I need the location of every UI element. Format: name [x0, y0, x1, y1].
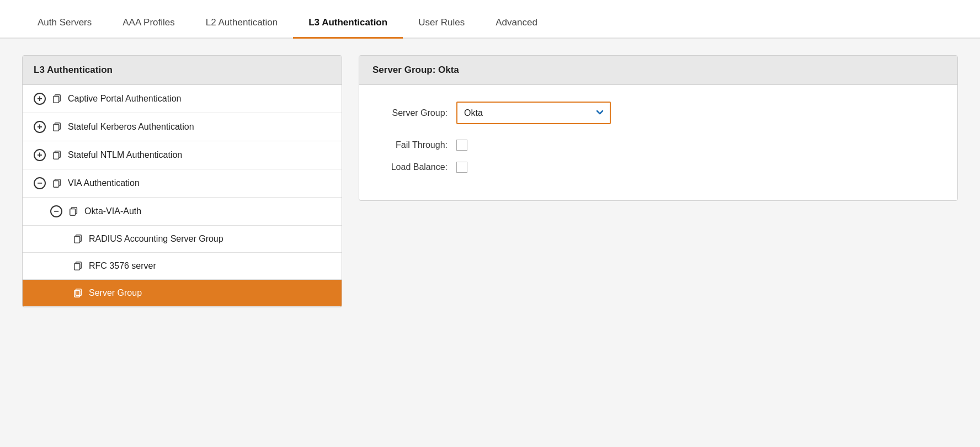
svg-rect-11 — [74, 237, 80, 243]
server-group-select-wrapper[interactable]: Oktainternalradius-serverldap-server — [456, 102, 611, 124]
load-balance-row: Load Balance: — [376, 162, 941, 173]
svg-rect-9 — [70, 209, 76, 216]
svg-rect-3 — [54, 125, 59, 131]
server-group-select[interactable]: Oktainternalradius-serverldap-server — [457, 103, 610, 123]
right-panel: Server Group: Okta Server Group: Oktaint… — [359, 55, 958, 201]
collapse-icon[interactable]: − — [50, 205, 62, 217]
svg-rect-1 — [54, 97, 59, 103]
tree-item-rfc-3576[interactable]: RFC 3576 server — [23, 253, 342, 280]
copy-icon — [68, 206, 79, 217]
tree-container: + Captive Portal Authentication + Statef… — [23, 85, 342, 307]
svg-rect-15 — [74, 291, 80, 297]
tree-item-captive-portal[interactable]: + Captive Portal Authentication — [23, 85, 342, 113]
tree-item-stateful-kerberos[interactable]: + Stateful Kerberos Authentication — [23, 113, 342, 141]
tab-aaa-profiles[interactable]: AAA Profiles — [107, 17, 190, 39]
fail-through-checkbox[interactable] — [456, 140, 467, 151]
tree-item-label: Server Group — [89, 288, 142, 298]
tab-user-rules[interactable]: User Rules — [403, 17, 480, 39]
left-panel: L3 Authentication + Captive Portal Authe… — [22, 55, 342, 307]
copy-icon — [51, 121, 62, 132]
tree-item-label: VIA Authentication — [68, 178, 140, 188]
main-content: L3 Authentication + Captive Portal Authe… — [0, 39, 980, 324]
tab-l2-authentication[interactable]: L2 Authentication — [190, 17, 293, 39]
copy-icon — [51, 150, 62, 161]
copy-icon — [51, 93, 62, 104]
svg-rect-5 — [54, 153, 59, 159]
tree-item-server-group[interactable]: Server Group — [23, 280, 342, 307]
tree-item-label: Captive Portal Authentication — [68, 94, 181, 104]
tree-item-okta-via-auth[interactable]: − Okta-VIA-Auth — [23, 198, 342, 226]
tree-item-radius-accounting[interactable]: RADIUS Accounting Server Group — [23, 226, 342, 253]
tree-item-label: Okta-VIA-Auth — [84, 206, 141, 216]
right-panel-body: Server Group: Oktainternalradius-serverl… — [359, 85, 957, 200]
tab-auth-servers[interactable]: Auth Servers — [22, 17, 107, 39]
svg-rect-13 — [74, 264, 80, 270]
expand-icon[interactable]: + — [34, 93, 46, 105]
tab-l3-authentication[interactable]: L3 Authentication — [293, 17, 403, 39]
copy-icon — [72, 288, 83, 299]
copy-icon — [72, 260, 83, 272]
tab-advanced[interactable]: Advanced — [480, 17, 553, 39]
load-balance-label: Load Balance: — [376, 162, 448, 172]
left-panel-header: L3 Authentication — [23, 56, 342, 85]
tree-item-label: Stateful Kerberos Authentication — [68, 122, 194, 132]
tree-item-label: Stateful NTLM Authentication — [68, 150, 182, 160]
copy-icon — [51, 178, 62, 189]
fail-through-label: Fail Through: — [376, 140, 448, 150]
tree-item-label: RADIUS Accounting Server Group — [89, 234, 223, 244]
server-group-label: Server Group: — [376, 108, 448, 118]
fail-through-row: Fail Through: — [376, 140, 941, 151]
expand-icon[interactable]: + — [34, 149, 46, 161]
tree-item-stateful-ntlm[interactable]: + Stateful NTLM Authentication — [23, 141, 342, 169]
tree-item-label: RFC 3576 server — [89, 261, 156, 271]
expand-icon[interactable]: + — [34, 121, 46, 133]
tree-item-via-authentication[interactable]: − VIA Authentication — [23, 169, 342, 198]
top-nav: Auth ServersAAA ProfilesL2 Authenticatio… — [0, 0, 980, 39]
right-panel-header: Server Group: Okta — [359, 56, 957, 85]
svg-rect-7 — [54, 181, 59, 188]
collapse-icon[interactable]: − — [34, 177, 46, 189]
copy-icon — [72, 233, 83, 244]
server-group-row: Server Group: Oktainternalradius-serverl… — [376, 102, 941, 124]
load-balance-checkbox[interactable] — [456, 162, 467, 173]
